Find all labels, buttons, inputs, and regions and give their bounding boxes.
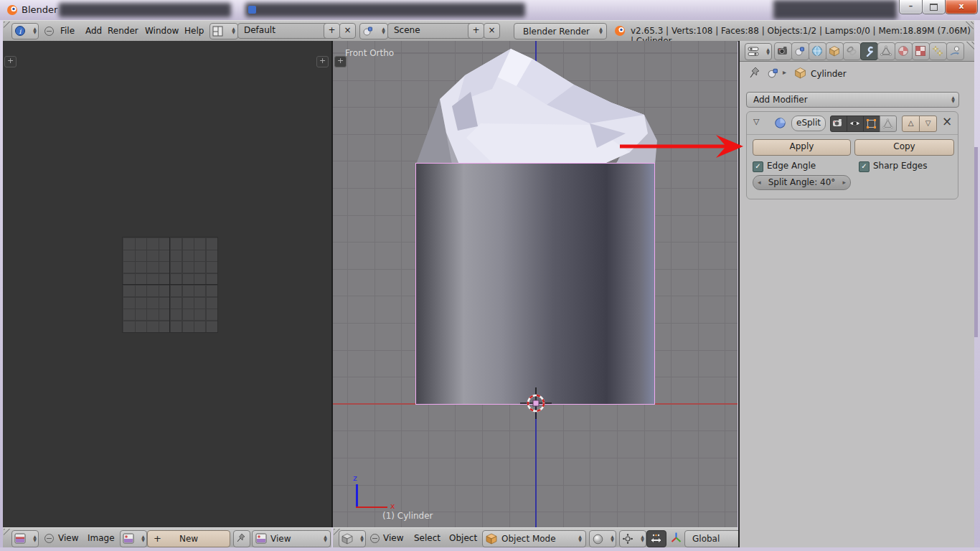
object-cube-icon (829, 45, 840, 57)
tab-object[interactable] (826, 42, 844, 60)
viewport-shading-dropdown[interactable]: ▲▼ (589, 530, 616, 547)
add-scene-button[interactable]: + (468, 23, 484, 39)
blender-app-icon (6, 4, 18, 16)
expand-region-plus-icon[interactable]: + (316, 56, 329, 67)
window-border-left (0, 20, 3, 551)
modifier-move-up-button[interactable]: △ (902, 116, 920, 132)
stepper-arrows-icon: ▲▼ (609, 534, 616, 542)
world-globe-icon (811, 45, 823, 57)
add-modifier-dropdown[interactable]: Add Modifier ▲▼ (746, 92, 959, 108)
tab-render[interactable] (774, 42, 792, 60)
editor-type-properties-button[interactable]: ▲▼ (745, 43, 772, 60)
screen-layout-button[interactable]: ▲▼ (209, 23, 238, 39)
breadcrumb-object-name[interactable]: Cylinder (811, 69, 847, 79)
panel-expand-icon[interactable]: ▽ (753, 117, 759, 126)
interaction-mode-dropdown[interactable]: Object Mode ▲▼ (482, 530, 586, 547)
gizmo-z-axis (356, 484, 358, 508)
area-corner-icon[interactable] (965, 42, 974, 51)
image-datablock-button[interactable]: ▲▼ (120, 530, 147, 547)
vp-menu-object[interactable]: Object (449, 528, 477, 549)
modifier-render-toggle[interactable] (830, 116, 847, 132)
stepper-arrows-icon: ▲▼ (598, 27, 604, 34)
vp-menu-select[interactable]: Select (414, 528, 440, 549)
menu-render[interactable]: Render (108, 21, 138, 42)
slider-right-arrow-icon[interactable]: ▸ (842, 176, 846, 189)
tab-physics[interactable] (946, 42, 964, 60)
pin-image-button[interactable] (233, 530, 250, 547)
stepper-arrows-icon: ▲▼ (950, 95, 956, 103)
pivot-point-dropdown[interactable]: ▲▼ (619, 530, 646, 547)
tab-material[interactable] (895, 42, 913, 60)
cage-icon (882, 118, 893, 129)
vp-menu-view[interactable]: View (383, 528, 403, 549)
editor-type-3dview-button[interactable]: ▲▼ (339, 530, 366, 547)
menu-add[interactable]: Add (85, 21, 102, 42)
copy-button[interactable]: Copy (854, 139, 954, 156)
object-context-icon[interactable] (767, 67, 779, 79)
pin-icon[interactable] (749, 67, 761, 79)
tab-texture[interactable] (912, 42, 930, 60)
menu-file[interactable]: File (60, 21, 75, 42)
modifier-editmode-toggle[interactable] (863, 116, 880, 132)
censored-text-2 (245, 3, 525, 17)
apply-button[interactable]: Apply (753, 139, 851, 156)
eye-icon (849, 119, 861, 128)
info-icon: i (14, 25, 26, 37)
tab-particles[interactable] (929, 42, 947, 60)
slider-left-arrow-icon[interactable]: ◂ (758, 176, 761, 189)
new-image-button[interactable]: + New (147, 530, 230, 547)
render-engine-dropdown[interactable]: Blender Render ▲▼ (514, 23, 607, 39)
tab-object-data[interactable] (877, 42, 895, 60)
scene-name-field[interactable]: Scene (387, 23, 473, 39)
modifier-delete-icon[interactable]: × (942, 114, 952, 128)
menu-window[interactable]: Window (145, 21, 179, 42)
menu-help[interactable]: Help (184, 21, 204, 42)
stepper-arrows-icon: ▲▼ (765, 47, 771, 55)
uv-menu-image[interactable]: Image (88, 528, 115, 549)
modifier-name-field[interactable]: eSplit (791, 116, 826, 131)
maximize-button[interactable] (922, 0, 946, 14)
uv-image-editor[interactable]: + + (3, 41, 333, 527)
delete-scene-button[interactable]: × (484, 23, 500, 39)
modifier-cage-toggle[interactable] (880, 116, 897, 132)
stepper-arrows-icon: ▲▼ (140, 534, 146, 542)
tab-scene[interactable] (791, 42, 809, 60)
split-angle-slider[interactable]: ◂ Split Angle: 40° ▸ (753, 175, 851, 190)
cylinder-mesh[interactable] (415, 163, 655, 405)
window-thumbnail-icon (248, 6, 256, 14)
window-border-right-shade (974, 147, 978, 337)
stepper-arrows-icon: ▲▼ (32, 27, 38, 34)
close-button[interactable]: x (945, 0, 978, 14)
tab-world[interactable] (809, 42, 826, 60)
expand-region-plus-icon[interactable]: + (4, 56, 17, 67)
uv-grid-center-h (123, 284, 217, 285)
sharp-edges-checkbox[interactable]: ✓ (859, 161, 870, 172)
tab-modifiers[interactable] (860, 42, 878, 60)
uv-menu-view[interactable]: View (58, 528, 78, 549)
viewport-3d[interactable]: Front Ortho + (333, 41, 738, 527)
uv-view-mode-dropdown[interactable]: View ▲▼ (252, 530, 331, 547)
mesh-data-icon (880, 45, 892, 57)
modifier-move-down-button[interactable]: ▽ (919, 116, 937, 132)
cylinder-data-icon (794, 67, 806, 79)
minimize-button[interactable]: – (899, 0, 923, 14)
3d-cursor[interactable] (514, 382, 557, 425)
window-titlebar[interactable]: Blender – x (0, 0, 980, 21)
blender-window: Blender – x i ▲▼ File Add Render Window … (0, 0, 980, 551)
add-layout-button[interactable]: + (324, 23, 340, 39)
collapse-menus-icon[interactable] (370, 534, 380, 543)
editor-type-image-button[interactable]: ▲▼ (11, 530, 39, 547)
censored-text-1 (59, 3, 231, 17)
uv-grid-center-v (169, 237, 170, 332)
edge-angle-checkbox[interactable]: ✓ (753, 161, 763, 172)
manipulator-toggle-button[interactable] (646, 530, 666, 547)
editor-type-info-button[interactable]: i ▲▼ (11, 23, 39, 39)
collapse-menus-icon[interactable] (44, 27, 54, 36)
expand-region-plus-icon[interactable]: + (334, 56, 347, 67)
layout-name-field[interactable]: Default (237, 23, 329, 39)
modifier-viewport-toggle[interactable] (847, 116, 864, 132)
delete-layout-button[interactable]: × (339, 23, 356, 39)
collapse-menus-icon[interactable] (44, 534, 54, 543)
scene-selector-button[interactable]: ▲▼ (359, 23, 388, 39)
tab-constraints[interactable] (843, 42, 861, 60)
